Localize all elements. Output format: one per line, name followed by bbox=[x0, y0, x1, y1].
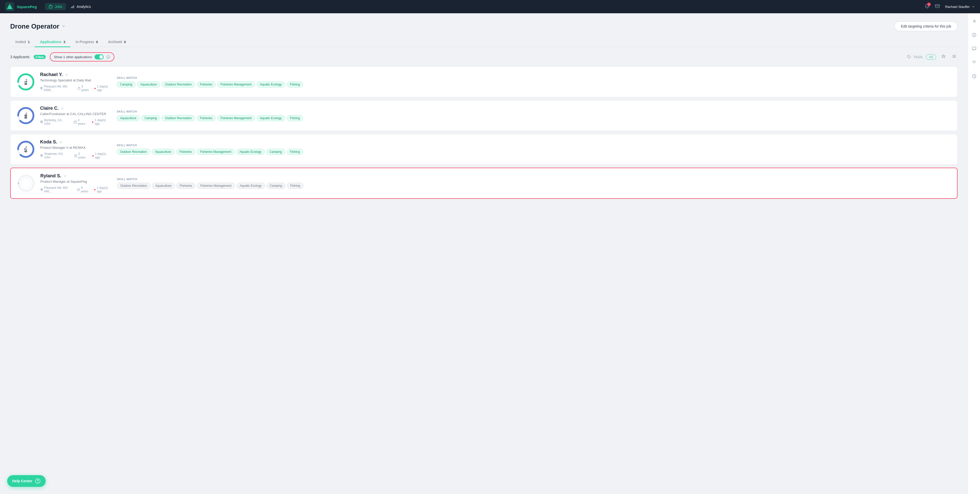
skill-tag: Aquaculture bbox=[117, 115, 140, 121]
applicant-card[interactable]: Ryland S. ☆ Product Manager at SquarePeg… bbox=[10, 168, 958, 199]
tag-icon bbox=[907, 55, 911, 59]
tag-all-button[interactable]: All bbox=[926, 54, 936, 60]
tab-in-progress[interactable]: In-Progress 0 bbox=[70, 37, 103, 47]
skill-tag: Fishing bbox=[287, 115, 303, 121]
tab-applications[interactable]: Applications 3 bbox=[35, 37, 70, 47]
tab-invited[interactable]: Invited 1 bbox=[10, 37, 35, 47]
skill-tag: Fisheries Management bbox=[197, 149, 234, 155]
clock-icon[interactable] bbox=[970, 73, 978, 81]
briefcase-icon bbox=[77, 188, 80, 191]
skills-list: AquacultureCampingOutdoor RecreationFish… bbox=[117, 115, 951, 121]
page-header: Drone Operator Edit targeting criteria f… bbox=[10, 21, 958, 31]
skills-list: Outdoor RecreationAquacultureFisheriesFi… bbox=[117, 183, 951, 189]
svg-point-34 bbox=[38, 482, 38, 483]
info-icon[interactable] bbox=[970, 31, 978, 40]
time-ago: ● 1 day(s) ago bbox=[92, 118, 111, 125]
skill-tag: Outdoor Recreation bbox=[117, 183, 150, 189]
svg-rect-22 bbox=[74, 121, 76, 123]
skill-tag: Fishing bbox=[287, 81, 303, 87]
svg-text:88%: 88% bbox=[24, 113, 28, 119]
score-circle: 87% bbox=[17, 140, 35, 159]
user-menu[interactable]: Rachael Stauffer bbox=[945, 5, 975, 9]
skills-list: Outdoor RecreationAquacultureFisheriesFi… bbox=[117, 149, 951, 155]
skills-area: SKILL MATCH Outdoor RecreationAquacultur… bbox=[117, 144, 951, 155]
nav-right: 1 Rachael Stauffer bbox=[924, 3, 975, 10]
location-icon bbox=[40, 188, 43, 191]
candidate-name: Koda S. ☆ bbox=[40, 139, 111, 145]
skill-tag: Fisheries bbox=[197, 115, 216, 121]
svg-rect-3 bbox=[49, 6, 52, 8]
show-other-applications-toggle[interactable]: Show 1 other applications bbox=[50, 52, 115, 62]
jobs-icon bbox=[49, 5, 52, 9]
star-filter-button[interactable] bbox=[940, 53, 947, 61]
notifications-button[interactable]: 1 bbox=[924, 3, 930, 10]
logo[interactable]: SquarePeg bbox=[5, 2, 37, 11]
nav-analytics-label: Analytics bbox=[76, 5, 91, 9]
skill-tag: Aquaculture bbox=[152, 149, 175, 155]
edit-criteria-button[interactable]: Edit targeting criteria for this job bbox=[894, 21, 958, 31]
skills-area: SKILL MATCH Outdoor RecreationAquacultur… bbox=[117, 178, 951, 189]
favorite-star[interactable]: ☆ bbox=[61, 106, 64, 111]
candidate-info: Rachael Y. ☆ Technology Specialist at Da… bbox=[40, 72, 111, 92]
location-icon bbox=[40, 154, 43, 157]
main-content: Drone Operator Edit targeting criteria f… bbox=[0, 13, 968, 494]
job-title-area: Drone Operator bbox=[10, 22, 65, 30]
notification-badge: 1 bbox=[927, 3, 931, 6]
collapse-icon[interactable] bbox=[970, 17, 978, 26]
applicant-card[interactable]: 91% Rachael Y. ☆ Technology Specialist a… bbox=[10, 67, 958, 97]
experience: 4 years bbox=[74, 118, 88, 125]
chevron-down-icon bbox=[972, 5, 975, 8]
skills-area: SKILL MATCH CampingAquacultureOutdoor Re… bbox=[117, 76, 951, 87]
nav-item-analytics[interactable]: Analytics bbox=[67, 3, 94, 10]
score-circle bbox=[17, 174, 35, 192]
skill-tag: Aquatic Ecology bbox=[237, 183, 265, 189]
score-circle: 88% bbox=[17, 106, 35, 125]
svg-rect-17 bbox=[78, 88, 80, 89]
favorite-star[interactable]: ☆ bbox=[59, 140, 62, 144]
applicant-card[interactable]: 87% Koda S. ☆ Product Manager II at RE/M… bbox=[10, 134, 958, 165]
skill-tag: Outdoor Recreation bbox=[162, 115, 195, 121]
nav-item-jobs[interactable]: Jobs bbox=[45, 3, 66, 10]
toggle-switch[interactable] bbox=[94, 54, 104, 59]
skill-tag: Fisheries Management bbox=[217, 81, 255, 87]
favorite-star[interactable]: ☆ bbox=[63, 174, 67, 178]
toggle-label: Show 1 other applications bbox=[54, 55, 92, 59]
analytics-icon bbox=[70, 5, 75, 9]
help-center-label: Help Center bbox=[12, 479, 32, 483]
job-dropdown-button[interactable] bbox=[62, 24, 65, 29]
logo-text: SquarePeg bbox=[17, 5, 37, 9]
help-center-button[interactable]: Help Center bbox=[7, 475, 46, 487]
svg-point-30 bbox=[21, 178, 31, 188]
time-ago: ● 1 day(s) ago bbox=[92, 152, 111, 159]
tabs-row: Invited 1Applications 3In-Progress 0Arch… bbox=[10, 37, 958, 47]
svg-rect-4 bbox=[71, 7, 72, 8]
experience: 3 years bbox=[78, 85, 90, 92]
tab-label: In-Progress bbox=[76, 40, 94, 44]
skill-tag: Fisheries bbox=[176, 149, 195, 155]
svg-point-26 bbox=[41, 155, 42, 156]
filter-icon[interactable] bbox=[970, 59, 978, 67]
applicant-card[interactable]: 88% Claire C. ☆ Caller/Fundraiser at CAL… bbox=[10, 100, 958, 131]
comment-icon[interactable] bbox=[970, 45, 978, 54]
skill-match-label: SKILL MATCH bbox=[117, 76, 951, 79]
favorite-star[interactable]: ☆ bbox=[65, 73, 68, 77]
skill-match-label: SKILL MATCH bbox=[117, 110, 951, 113]
nav-items: Jobs Analytics bbox=[45, 3, 916, 10]
svg-rect-32 bbox=[77, 189, 80, 191]
svg-rect-9 bbox=[972, 47, 976, 50]
tab-archived[interactable]: Archived 0 bbox=[103, 37, 131, 47]
tab-label: Applications bbox=[40, 40, 61, 44]
svg-rect-5 bbox=[72, 6, 73, 8]
messages-button[interactable] bbox=[935, 3, 940, 10]
skill-tag: Aquatic Ecology bbox=[236, 149, 265, 155]
experience: 9 years bbox=[77, 186, 90, 193]
candidate-info: Claire C. ☆ Caller/Fundraiser at CAL CAL… bbox=[40, 106, 111, 125]
tags-area: TAGS: All bbox=[907, 54, 936, 60]
skill-tag: Camping bbox=[117, 81, 135, 87]
svg-text:91%: 91% bbox=[24, 79, 28, 85]
tab-label: Invited bbox=[15, 40, 26, 44]
skill-tag: Aquatic Ecology bbox=[257, 81, 285, 87]
skill-tag: Fisheries bbox=[177, 183, 196, 189]
menu-filter-button[interactable] bbox=[951, 53, 958, 61]
skill-tag: Outdoor Recreation bbox=[162, 81, 195, 87]
